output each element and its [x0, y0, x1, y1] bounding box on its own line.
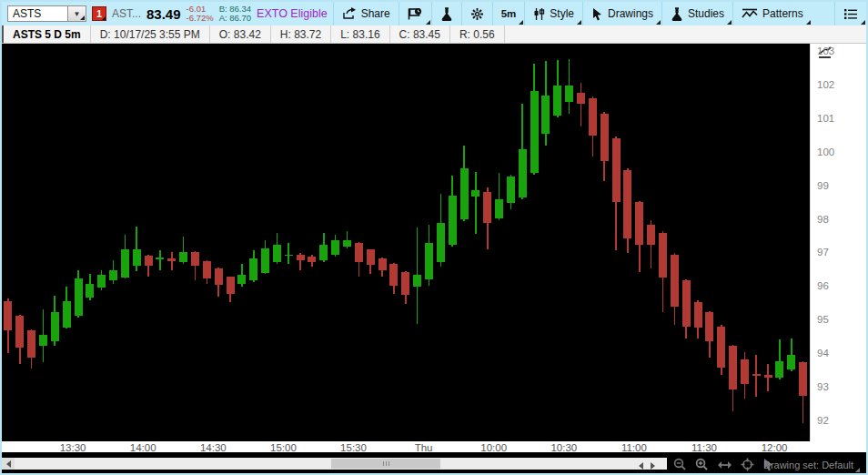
flask-icon	[440, 7, 453, 21]
price-tick-label: 94	[817, 348, 829, 359]
ohlc-cell: L: 83.16	[331, 25, 389, 43]
chart-toolbar: ASTS ▼ 1 AST... 83.49 -6.01 -6.72% B: 86…	[2, 2, 866, 25]
candle	[355, 243, 363, 261]
exto-eligible-label[interactable]: EXTO Eligible	[257, 7, 328, 20]
chart-menu-button[interactable]	[834, 2, 866, 25]
price-tick-label: 93	[817, 381, 829, 392]
symbol-description: AST...	[112, 7, 141, 20]
chart-notes-button[interactable]	[399, 2, 431, 25]
symbol-input[interactable]: ASTS	[7, 5, 67, 22]
scrollbar-thumb[interactable]	[331, 459, 440, 469]
time-tick-label: Thu	[415, 442, 433, 453]
candle	[775, 361, 783, 378]
chart-scrollbar[interactable]	[2, 458, 667, 470]
time-tick-label: 12:00	[762, 442, 788, 453]
candle	[764, 375, 772, 378]
candle	[86, 284, 94, 298]
candle	[191, 252, 199, 266]
candle	[460, 168, 469, 220]
candle	[541, 96, 550, 134]
symbol-box: ASTS ▼	[7, 5, 86, 22]
crosshair-icon[interactable]	[741, 458, 754, 471]
patterns-icon	[742, 7, 758, 20]
alerts-badge[interactable]: 1	[92, 6, 106, 21]
zoom-in-icon[interactable]	[695, 458, 709, 471]
chart-settings-button[interactable]	[461, 2, 492, 25]
quick-study-button[interactable]	[431, 2, 461, 25]
scroll-left-button[interactable]	[2, 458, 15, 470]
zoom-out-icon[interactable]	[673, 458, 687, 471]
candle	[647, 225, 655, 245]
time-axis[interactable]: 13:3014:0014:3015:0015:30Thu10:0010:3011…	[2, 441, 866, 456]
time-tick-label: 11:00	[621, 442, 647, 453]
drawing-set-selector[interactable]: Drawing set: Default	[763, 456, 861, 473]
candle	[109, 270, 117, 280]
candle	[659, 233, 667, 278]
price-tick-label: 95	[817, 314, 829, 325]
scroll-step-right-button[interactable]	[651, 462, 655, 470]
candle	[752, 374, 761, 376]
candle	[133, 249, 141, 266]
drawing-set-label: Drawing set: Default	[763, 460, 853, 470]
scroll-step-left-button[interactable]	[639, 462, 643, 470]
price-axis[interactable]: 1031021011009998979695949392	[810, 44, 866, 441]
patterns-label: Patterns	[762, 7, 803, 20]
candlestick-chart[interactable]	[2, 44, 810, 441]
list-menu-icon	[843, 8, 858, 20]
candle	[530, 91, 539, 173]
chart-bottom-bar: Drawing set: Default	[2, 456, 866, 473]
pan-horizontal-icon[interactable]	[717, 460, 732, 470]
drawings-label: Drawings	[608, 7, 653, 20]
studies-label: Studies	[688, 7, 724, 20]
style-label: Style	[550, 7, 574, 20]
price-tick-label: 98	[817, 214, 829, 225]
symbol-dropdown-button[interactable]: ▼	[67, 5, 86, 22]
candle	[75, 278, 83, 316]
time-tick-label: 15:30	[340, 442, 367, 453]
studies-button[interactable]: Studies	[661, 2, 732, 25]
candle	[343, 240, 351, 247]
candle	[425, 243, 433, 279]
ohlc-cell: R: 0.56	[450, 25, 505, 43]
price-tick-label: 103	[817, 45, 834, 56]
candle	[471, 190, 479, 197]
flag-clock-icon	[408, 7, 423, 21]
ohlc-cell: C: 83.45	[390, 25, 450, 43]
candle-style-icon	[533, 7, 545, 21]
share-button[interactable]: Share	[333, 2, 399, 25]
drawings-button[interactable]: Drawings	[582, 2, 661, 25]
price-tick-label: 101	[817, 113, 834, 124]
candle	[612, 138, 621, 202]
last-price: 83.49	[146, 6, 181, 22]
style-button[interactable]: Style	[524, 2, 582, 25]
candle	[203, 261, 211, 279]
time-tick-label: 14:00	[130, 442, 156, 453]
gear-icon	[470, 7, 484, 21]
candle	[261, 248, 269, 273]
studies-flask-icon	[671, 7, 683, 21]
candle	[741, 359, 749, 384]
candle	[565, 86, 573, 102]
price-tick-label: 92	[817, 415, 829, 426]
interval-button[interactable]: 5m	[492, 2, 525, 25]
symbol-group: ASTS ▼ 1 AST... 83.49 -6.01 -6.72% B: 86…	[2, 2, 333, 25]
candle	[601, 114, 609, 161]
candle	[319, 245, 328, 260]
candle	[705, 312, 713, 341]
chart-nav-icons	[673, 456, 774, 473]
share-label: Share	[361, 7, 390, 20]
ohlc-cell: H: 83.72	[271, 25, 331, 43]
candle	[507, 177, 515, 204]
price-tick-label: 99	[817, 180, 829, 191]
candle	[27, 330, 35, 358]
candlestick-svg	[2, 44, 810, 441]
time-tick-label: 10:00	[480, 442, 507, 453]
patterns-button[interactable]: Patterns	[732, 2, 812, 25]
interval-label: 5m	[501, 8, 517, 19]
ask-value: A: 86.70	[219, 14, 251, 23]
ohlc-cell: O: 83.42	[210, 25, 271, 43]
time-tick-label: 14:30	[200, 442, 227, 453]
ohlc-readout-bar: ASTS 5 D 5m D: 10/17/25 3:55 PMO: 83.42H…	[2, 25, 866, 44]
price-tick-label: 96	[817, 280, 829, 291]
candle	[145, 256, 153, 265]
